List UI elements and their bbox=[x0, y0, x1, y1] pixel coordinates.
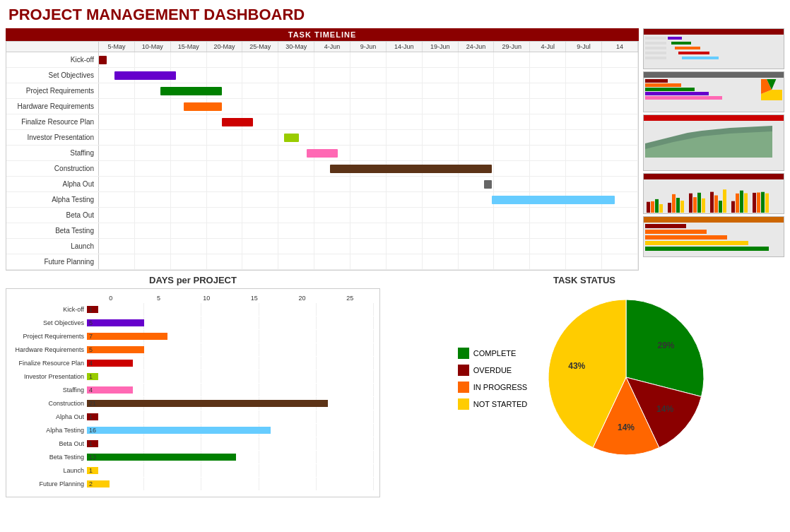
bar-chart-section: DAYS per PROJECT 0510152025 Kick-off1Set… bbox=[6, 275, 380, 497]
gantt-grid-cell bbox=[494, 161, 530, 176]
bar-grid bbox=[87, 370, 374, 383]
gantt-grid-cell bbox=[135, 254, 171, 269]
gantt-grid-cell bbox=[278, 208, 314, 223]
gantt-grid-cell bbox=[423, 114, 459, 129]
gantt-grid-lines bbox=[99, 146, 638, 160]
gantt-bar bbox=[330, 165, 492, 173]
gantt-row: Beta Out bbox=[6, 208, 638, 223]
bar-row-label: Set Objectives bbox=[9, 319, 87, 326]
gantt-grid-cell bbox=[350, 254, 387, 269]
svg-rect-24 bbox=[744, 193, 748, 213]
bar: 16 bbox=[87, 427, 271, 434]
task-status-section: TASK STATUS COMPLETEOVERDUEIN PROGRESSNO… bbox=[384, 275, 784, 497]
bar-grid-line bbox=[259, 317, 317, 329]
gantt-grid-cell bbox=[494, 99, 530, 114]
gantt-grid-cell bbox=[566, 254, 602, 269]
gantt-grid-cell bbox=[99, 208, 135, 223]
bar-row-label: Launch bbox=[9, 467, 87, 474]
bar-grid-line bbox=[259, 303, 317, 316]
bar-value: 1 bbox=[89, 413, 93, 420]
gantt-date-cell: 4-Jul bbox=[530, 42, 566, 52]
bar-grid-line bbox=[317, 317, 374, 329]
gantt-row-bar-area bbox=[98, 114, 638, 129]
gantt-grid-cell bbox=[350, 99, 387, 114]
gantt-grid-cell bbox=[423, 99, 459, 114]
bar-row-bar-area: 5 bbox=[87, 317, 374, 329]
bar-row-label: Staffing bbox=[9, 386, 87, 394]
gantt-row-label: Staffing bbox=[6, 149, 98, 157]
bar: 5 bbox=[87, 346, 144, 353]
gantt-grid-cell bbox=[387, 114, 423, 129]
gantt-grid-cell bbox=[423, 177, 459, 191]
gantt-grid-cell bbox=[242, 177, 278, 191]
legend-color bbox=[458, 365, 469, 376]
gantt-grid-cell bbox=[242, 254, 278, 269]
bar: 4 bbox=[87, 386, 133, 394]
gantt-grid-cell bbox=[602, 68, 638, 83]
gantt-grid-cell bbox=[530, 254, 566, 269]
legend-label: COMPLETE bbox=[473, 349, 517, 357]
gantt-grid-cell bbox=[494, 254, 530, 269]
bar-row-bar-area: 21 bbox=[87, 397, 374, 410]
gantt-grid-cell bbox=[278, 83, 314, 98]
axis-label: 10 bbox=[182, 295, 230, 302]
thumbnails-col bbox=[643, 28, 784, 271]
gantt-row: Set Objectives bbox=[6, 68, 638, 83]
gantt-grid-cell bbox=[207, 208, 243, 223]
gantt-grid-cell bbox=[602, 177, 638, 191]
gantt-grid-cell bbox=[242, 239, 278, 254]
bar-row-bar-area: 1 bbox=[87, 303, 374, 316]
gantt-grid-cell bbox=[242, 146, 278, 160]
gantt-row-bar-area bbox=[98, 161, 638, 176]
bar: 1 bbox=[87, 440, 98, 447]
bar: 13 bbox=[87, 454, 236, 461]
gantt-grid-cell bbox=[314, 68, 350, 83]
bar-grid bbox=[87, 303, 374, 316]
gantt-grid-cell bbox=[530, 177, 566, 191]
gantt-grid-cell bbox=[350, 208, 387, 223]
gantt-grid-cell bbox=[423, 239, 459, 254]
main-container: PROJECT MANAGEMENT DASHBOARD TASK TIMELI… bbox=[0, 0, 790, 532]
gantt-row-label: Kick-off bbox=[6, 56, 98, 64]
bar-grid-line bbox=[259, 357, 317, 370]
bar-rows: Kick-off1Set Objectives5Project Requirem… bbox=[9, 303, 374, 490]
gantt-grid-cell bbox=[423, 208, 459, 223]
gantt-row-label: Beta Out bbox=[6, 211, 98, 219]
gantt-grid-lines bbox=[99, 68, 638, 83]
gantt-grid-cell bbox=[314, 254, 350, 269]
legend-item: OVERDUE bbox=[458, 365, 527, 376]
gantt-grid-cell bbox=[242, 223, 278, 238]
bar-grid-line bbox=[144, 437, 201, 450]
bar-grid-line bbox=[259, 437, 317, 450]
gantt-grid-cell bbox=[530, 99, 566, 114]
gantt-row: Hardware Requirements bbox=[6, 99, 638, 114]
legend: COMPLETEOVERDUEIN PROGRESSNOT STARTED bbox=[458, 348, 527, 410]
gantt-date-cell: 14-Jun bbox=[387, 42, 423, 52]
bar: 21 bbox=[87, 400, 328, 407]
svg-rect-25 bbox=[753, 193, 756, 213]
svg-rect-14 bbox=[693, 197, 697, 213]
bar-chart-container: 0510152025 Kick-off1Set Objectives5Proje… bbox=[6, 288, 380, 497]
gantt-grid-cell bbox=[207, 223, 243, 238]
bar-row-label: Project Requirements bbox=[9, 333, 87, 340]
gantt-grid-cell bbox=[99, 177, 135, 191]
gantt-grid-cell bbox=[135, 52, 171, 67]
gantt-grid-cell bbox=[566, 146, 602, 160]
bar-grid-line bbox=[144, 370, 201, 383]
gantt-label-col-header bbox=[6, 42, 98, 52]
gantt-grid-cell bbox=[242, 161, 278, 176]
axis-label: 15 bbox=[230, 295, 278, 302]
gantt-grid-cell bbox=[350, 68, 387, 83]
bar: 5 bbox=[87, 319, 144, 326]
gantt-grid-cell bbox=[99, 239, 135, 254]
gantt-grid-cell bbox=[387, 208, 423, 223]
bar-value: 1 bbox=[89, 467, 93, 474]
gantt-grid-cell bbox=[99, 146, 135, 160]
gantt-grid-cell bbox=[314, 192, 350, 207]
gantt-grid-cell bbox=[566, 99, 602, 114]
bar: 1 bbox=[87, 467, 98, 474]
gantt-grid-cell bbox=[350, 83, 387, 98]
bar-row: Alpha Testing16 bbox=[9, 424, 374, 437]
gantt-grid-cell bbox=[530, 68, 566, 83]
gantt-bar bbox=[484, 180, 492, 189]
